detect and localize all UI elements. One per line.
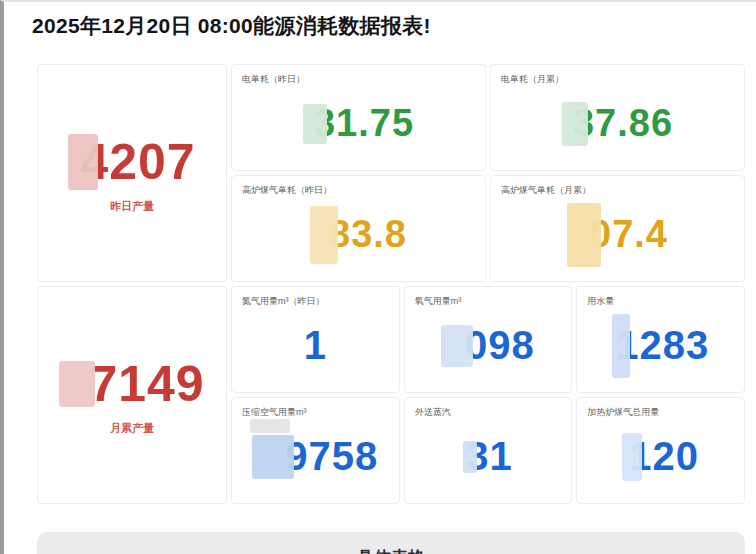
value-wrap: 07.4	[501, 196, 734, 273]
metric-label: 氧气用量m³	[415, 295, 562, 307]
value-wrap: 1283	[587, 307, 734, 384]
redaction-box	[303, 104, 327, 144]
metric-label: 压缩空气用量m³	[242, 406, 389, 418]
redaction-box	[463, 441, 477, 473]
metric-label: 电单耗（月累）	[501, 73, 734, 85]
month-production-label: 月累产量	[110, 421, 154, 436]
detail-table-bar[interactable]: 具体表格	[37, 532, 745, 554]
value-wrap: 4207	[68, 133, 195, 191]
card-water: 用水量 1283	[576, 286, 745, 393]
redaction-box	[68, 134, 98, 190]
month-production-value: 7149	[89, 355, 204, 413]
card-month-production: 7149 月累产量	[37, 286, 227, 504]
metric-label: 加热炉煤气总用量	[587, 406, 734, 418]
summary-inner: 7149 月累产量	[59, 355, 204, 436]
value-wrap: 1	[242, 307, 389, 384]
metric-label: 用水量	[587, 295, 734, 307]
metric-label: 氮气用量m³（昨日）	[242, 295, 389, 307]
compressed-air-value: 9758	[285, 434, 378, 479]
redaction-box	[612, 314, 630, 378]
redaction-box	[252, 435, 294, 479]
metric-label: 高炉煤气单耗（月累）	[501, 184, 734, 196]
electric-yesterday-value: 31.75	[314, 102, 414, 145]
card-electric-yesterday: 电单耗（昨日） 31.75	[231, 64, 486, 171]
yesterday-production-label: 昨日产量	[110, 199, 154, 214]
redaction-box	[622, 433, 642, 481]
card-heating-furnace-gas: 加热炉煤气总用量 120	[576, 397, 745, 504]
value-wrap: 83.8	[242, 196, 475, 273]
redaction-box	[567, 203, 601, 267]
redaction-box	[59, 361, 95, 407]
value-wrap: 31.75	[242, 85, 475, 162]
gas-yesterday-value: 83.8	[329, 213, 407, 256]
water-value: 1283	[616, 323, 709, 368]
value-wrap: 37.86	[501, 85, 734, 162]
value-wrap: 9758	[242, 418, 389, 495]
detail-table-label: 具体表格	[357, 546, 425, 554]
redaction-box	[441, 325, 473, 367]
card-nitrogen: 氮气用量m³（昨日） 1	[231, 286, 400, 393]
card-oxygen: 氧气用量m³ 098	[404, 286, 573, 393]
value-wrap: 098	[415, 307, 562, 384]
gas-month-value: 07.4	[590, 213, 668, 256]
nitrogen-value: 1	[304, 323, 327, 368]
card-gas-month: 高炉煤气单耗（月累） 07.4	[490, 175, 745, 282]
metric-label: 外送蒸汽	[415, 406, 562, 418]
summary-inner: 4207 昨日产量	[68, 133, 195, 214]
page-title: 2025年12月20日 08:00能源消耗数据报表!	[32, 12, 756, 40]
oxygen-value: 098	[465, 323, 535, 368]
value-wrap: 120	[587, 418, 734, 495]
metric-label: 高炉煤气单耗（昨日）	[242, 184, 475, 196]
electric-month-value: 37.86	[573, 102, 673, 145]
card-steam: 外送蒸汽 31	[404, 397, 573, 504]
redaction-box	[310, 206, 338, 264]
redaction-box	[562, 102, 588, 146]
card-gas-yesterday: 高炉煤气单耗（昨日） 83.8	[231, 175, 486, 282]
value-wrap: 31	[415, 418, 562, 495]
metric-label: 电单耗（昨日）	[242, 73, 475, 85]
card-electric-month: 电单耗（月累） 37.86	[490, 64, 745, 171]
card-compressed-air: 压缩空气用量m³ 9758	[231, 397, 400, 504]
card-yesterday-production: 4207 昨日产量	[37, 64, 227, 282]
value-wrap: 7149	[59, 355, 204, 413]
metrics-grid: 4207 昨日产量 电单耗（昨日） 31.75 电单耗（月累） 37.86 高炉…	[37, 64, 745, 504]
